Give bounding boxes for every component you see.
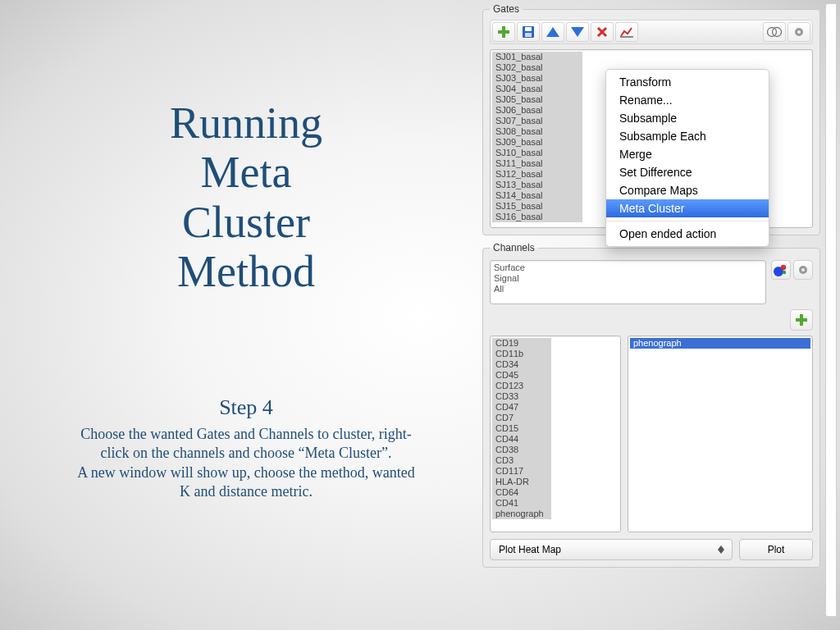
channels-settings-button[interactable] <box>793 260 813 280</box>
menu-item[interactable]: Subsample Each <box>606 127 769 145</box>
svg-rect-7 <box>620 36 633 38</box>
list-item[interactable]: phenograph <box>630 338 810 349</box>
channels-legend: Channels <box>490 242 538 253</box>
svg-marker-20 <box>718 550 724 554</box>
list-item[interactable]: SJ03_basal <box>492 73 582 84</box>
list-item[interactable]: SJ01_basal <box>492 52 582 62</box>
list-item[interactable]: SJ12_basal <box>492 169 582 180</box>
list-item[interactable]: HLA-DR <box>492 477 551 487</box>
delete-button[interactable] <box>591 22 614 42</box>
list-item[interactable]: CD44 <box>492 434 551 445</box>
plot-type-value: Plot Heat Map <box>499 544 561 555</box>
menu-item[interactable]: Merge <box>606 145 769 163</box>
list-item[interactable]: SJ15_basal <box>492 201 582 212</box>
list-item[interactable]: CD38 <box>492 445 551 455</box>
list-item[interactable]: SJ14_basal <box>492 190 582 201</box>
list-item[interactable]: CD64 <box>492 487 551 498</box>
list-item[interactable]: Signal <box>491 273 765 284</box>
settings-button[interactable] <box>788 22 810 42</box>
svg-rect-1 <box>498 30 509 34</box>
step-body-2: A new window will show up, choose the me… <box>74 463 418 502</box>
channels-available-list[interactable]: CD19CD11bCD34CD45CD123CD33CD47CD7CD15CD4… <box>490 336 621 532</box>
list-item[interactable]: SJ07_basal <box>492 116 582 126</box>
list-item[interactable]: SJ16_basal <box>492 212 582 222</box>
menu-item[interactable]: Rename... <box>606 91 769 109</box>
list-item[interactable]: SJ09_basal <box>492 137 582 148</box>
gates-toolbar <box>490 20 813 44</box>
context-menu[interactable]: TransformRename...SubsampleSubsample Eac… <box>605 69 769 247</box>
triangle-down-icon <box>571 27 584 37</box>
menu-item[interactable]: Compare Maps <box>606 181 769 199</box>
menu-item[interactable]: Meta Cluster <box>606 199 769 217</box>
list-item[interactable]: SJ02_basal <box>492 62 582 73</box>
list-item[interactable]: CD11b <box>492 349 551 359</box>
list-item[interactable]: SJ13_basal <box>492 180 582 190</box>
save-button[interactable] <box>517 22 540 42</box>
list-item[interactable]: CD33 <box>492 391 551 402</box>
menu-item[interactable]: Subsample <box>606 109 769 127</box>
venn-button[interactable] <box>763 22 786 42</box>
list-item[interactable]: CD117 <box>492 466 551 477</box>
menu-item[interactable]: Open ended action <box>606 225 769 243</box>
title-line: Cluster <box>74 198 418 247</box>
list-item[interactable]: CD41 <box>492 498 551 509</box>
channel-presets-list[interactable]: SurfaceSignalAll <box>490 260 766 304</box>
triangle-up-icon <box>546 27 559 37</box>
list-item[interactable]: CD3 <box>492 455 551 466</box>
list-item[interactable]: CD15 <box>492 423 551 434</box>
svg-rect-4 <box>525 33 532 37</box>
add-channel-button[interactable] <box>790 309 813 331</box>
svg-rect-3 <box>525 27 532 31</box>
add-gate-button[interactable] <box>492 22 515 42</box>
list-item[interactable]: phenograph <box>492 509 551 519</box>
list-item[interactable]: CD45 <box>492 370 551 381</box>
page-title: Running Meta Cluster Method <box>74 98 418 297</box>
list-item[interactable]: All <box>491 284 765 294</box>
channels-group: Channels SurfaceSignalAll <box>482 242 820 568</box>
plot-type-select[interactable]: Plot Heat Map <box>490 539 733 560</box>
plot-button[interactable]: Plot <box>739 539 813 560</box>
menu-item[interactable]: Set Difference <box>606 163 769 181</box>
step-body-1: Choose the wanted Gates and Channels to … <box>74 425 418 463</box>
list-item[interactable]: CD47 <box>492 402 551 413</box>
list-item[interactable]: SJ08_basal <box>492 126 582 137</box>
step-heading: Step 4 <box>74 395 418 420</box>
adjacent-panel-edge <box>825 3 837 617</box>
list-item[interactable]: SJ11_basal <box>492 158 582 169</box>
chart-button[interactable] <box>615 22 638 42</box>
color-picker-button[interactable] <box>771 260 791 280</box>
svg-point-13 <box>781 265 786 270</box>
channels-selected-list[interactable]: phenograph <box>628 336 813 532</box>
list-item[interactable]: Surface <box>491 262 765 273</box>
list-item[interactable]: SJ06_basal <box>492 105 582 116</box>
title-line: Method <box>74 247 418 296</box>
title-line: Running <box>74 98 418 148</box>
sort-asc-button[interactable] <box>541 22 564 42</box>
step-block: Step 4 Choose the wanted Gates and Chann… <box>74 395 418 502</box>
svg-rect-18 <box>796 318 807 322</box>
sort-desc-button[interactable] <box>566 22 589 42</box>
slide-text: Running Meta Cluster Method Step 4 Choos… <box>74 98 418 501</box>
title-line: Meta <box>74 148 418 197</box>
list-item[interactable]: CD19 <box>492 338 551 349</box>
svg-point-16 <box>801 268 805 272</box>
menu-item[interactable]: Transform <box>606 73 769 91</box>
list-item[interactable]: CD34 <box>492 359 551 370</box>
svg-point-11 <box>797 30 801 34</box>
list-item[interactable]: CD123 <box>492 381 551 391</box>
chevron-updown-icon <box>715 544 727 555</box>
svg-point-14 <box>783 271 786 274</box>
list-item[interactable]: SJ05_basal <box>492 94 582 105</box>
gates-legend: Gates <box>490 3 523 15</box>
list-item[interactable]: CD7 <box>492 413 551 423</box>
list-item[interactable]: SJ10_basal <box>492 148 582 158</box>
list-item[interactable]: SJ04_basal <box>492 84 582 94</box>
